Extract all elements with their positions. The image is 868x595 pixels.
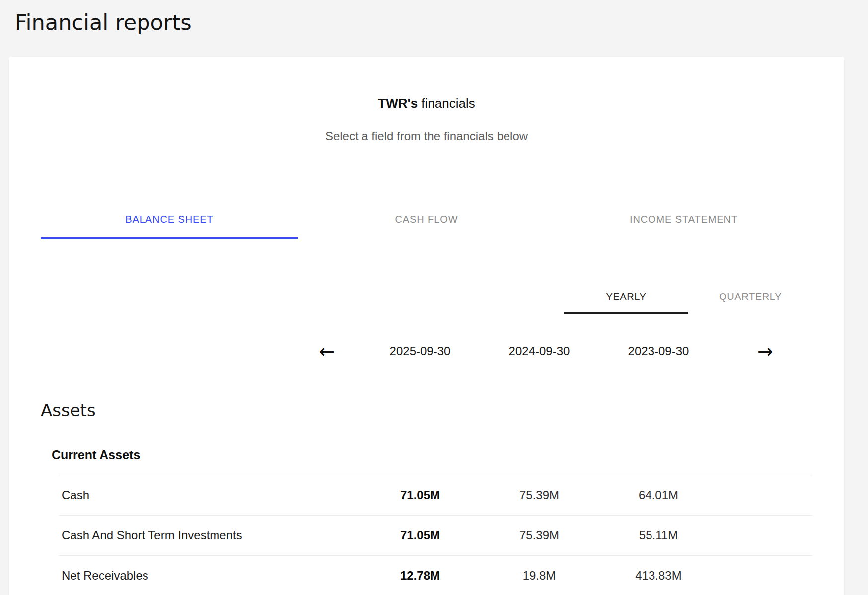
row-value: 71.05M: [361, 488, 480, 502]
right-arrow-icon: →: [757, 340, 773, 362]
previous-period-button[interactable]: ←: [319, 342, 335, 361]
tab-income-statement-label: INCOME STATEMENT: [630, 214, 738, 225]
tab-cash-flow[interactable]: CASH FLOW: [298, 201, 555, 239]
tab-yearly[interactable]: YEARLY: [564, 281, 688, 314]
tab-income-statement[interactable]: INCOME STATEMENT: [555, 201, 812, 239]
period-column-date: 2023-09-30: [599, 344, 718, 358]
period-column-date: 2024-09-30: [480, 344, 599, 358]
row-value: 55.11M: [599, 528, 718, 542]
next-period-button[interactable]: →: [757, 342, 773, 361]
row-value: 413.83M: [599, 569, 718, 583]
financials-heading: TWR's financials: [41, 57, 812, 111]
row-value: 64.01M: [599, 488, 718, 502]
row-value: 71.05M: [361, 528, 480, 542]
tab-balance-sheet[interactable]: BALANCE SHEET: [41, 201, 298, 239]
row-value: 75.39M: [480, 488, 599, 502]
financials-subtitle: Select a field from the financials below: [41, 129, 812, 143]
tab-balance-sheet-label: BALANCE SHEET: [125, 214, 213, 225]
page-title: Financial reports: [0, 0, 868, 37]
tab-yearly-label: YEARLY: [606, 291, 646, 302]
left-arrow-icon: ←: [319, 340, 335, 362]
section-title-assets: Assets: [41, 398, 812, 422]
statement-tabs: BALANCE SHEET CASH FLOW INCOME STATEMENT: [41, 201, 812, 239]
period-tabs: YEARLY QUARTERLY: [41, 281, 812, 314]
financials-card: TWR's financials Select a field from the…: [9, 57, 844, 595]
tab-cash-flow-label: CASH FLOW: [395, 214, 458, 225]
row-label: Net Receivables: [41, 569, 361, 583]
tab-quarterly-label: QUARTERLY: [719, 291, 782, 302]
heading-suffix: financials: [418, 96, 475, 111]
row-value: 75.39M: [480, 528, 599, 542]
ticker-symbol: TWR's: [378, 96, 418, 111]
table-row[interactable]: Net Receivables 12.78M 19.8M 413.83M: [41, 556, 812, 595]
row-label: Cash And Short Term Investments: [41, 528, 361, 542]
period-column-date: 2025-09-30: [361, 344, 480, 358]
tab-quarterly[interactable]: QUARTERLY: [688, 281, 812, 314]
group-title: Current Assets: [52, 447, 812, 463]
group-current-assets: Current Assets Cash 71.05M 75.39M 64.01M…: [41, 447, 812, 595]
period-columns-header: ← 2025-09-30 2024-09-30 2023-09-30 →: [41, 331, 812, 372]
row-value: 12.78M: [361, 569, 480, 583]
table-row[interactable]: Cash And Short Term Investments 71.05M 7…: [41, 516, 812, 555]
table-row[interactable]: Cash 71.05M 75.39M 64.01M: [41, 475, 812, 515]
row-value: 19.8M: [480, 569, 599, 583]
row-label: Cash: [41, 488, 361, 502]
